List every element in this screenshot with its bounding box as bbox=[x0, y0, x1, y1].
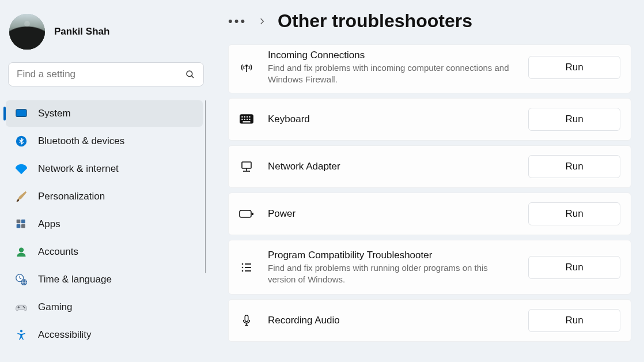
sidebar-item-accounts[interactable]: Accounts bbox=[6, 239, 203, 265]
svg-rect-25 bbox=[249, 119, 250, 120]
avatar bbox=[9, 14, 45, 50]
sidebar-item-gaming[interactable]: Gaming bbox=[6, 294, 203, 320]
svg-rect-24 bbox=[247, 119, 248, 120]
page-title: Other troubleshooters bbox=[278, 10, 472, 32]
card-desc: Find and fix problems with running older… bbox=[268, 262, 510, 285]
troubleshooter-recording-audio: Recording Audio Run bbox=[228, 299, 631, 342]
search-field[interactable] bbox=[17, 69, 185, 80]
network-adapter-icon bbox=[239, 159, 254, 174]
run-button[interactable]: Run bbox=[528, 256, 620, 279]
svg-point-13 bbox=[24, 307, 25, 308]
svg-rect-2 bbox=[16, 110, 26, 117]
chevron-right-icon bbox=[258, 17, 266, 25]
battery-icon bbox=[239, 206, 254, 221]
nav-label: Bluetooth & devices bbox=[38, 135, 124, 147]
nav-list: System Bluetooth & devices Network bbox=[6, 100, 206, 348]
person-icon bbox=[15, 246, 28, 258]
sidebar-item-bluetooth[interactable]: Bluetooth & devices bbox=[6, 128, 203, 154]
svg-point-16 bbox=[246, 65, 247, 66]
svg-rect-33 bbox=[252, 213, 253, 215]
sidebar-item-personalization[interactable]: Personalization bbox=[6, 183, 203, 210]
nav-label: Personalization bbox=[38, 191, 105, 202]
svg-rect-5 bbox=[17, 220, 21, 224]
svg-rect-22 bbox=[241, 119, 243, 120]
sidebar-item-time-language[interactable]: Time & language bbox=[6, 266, 203, 293]
signal-icon bbox=[239, 60, 254, 75]
svg-rect-26 bbox=[243, 121, 251, 122]
keyboard-icon bbox=[239, 112, 254, 127]
svg-rect-21 bbox=[249, 116, 250, 118]
system-icon bbox=[15, 107, 28, 120]
svg-rect-20 bbox=[247, 116, 248, 118]
nav-label: Accessibility bbox=[38, 329, 92, 341]
nav-label: System bbox=[38, 108, 71, 119]
svg-point-38 bbox=[242, 270, 244, 272]
card-title: Recording Audio bbox=[268, 315, 514, 326]
bluetooth-icon bbox=[15, 135, 28, 148]
troubleshooter-power: Power Run bbox=[228, 193, 631, 235]
card-desc: Find and fix problems with incoming comp… bbox=[268, 62, 510, 85]
svg-rect-27 bbox=[242, 162, 251, 168]
troubleshooter-keyboard: Keyboard Run bbox=[228, 98, 631, 141]
card-title: Network Adapter bbox=[268, 161, 514, 172]
svg-rect-18 bbox=[241, 116, 243, 118]
search-icon bbox=[185, 69, 195, 80]
svg-point-0 bbox=[187, 71, 192, 77]
run-button[interactable]: Run bbox=[528, 56, 620, 79]
card-title: Incoming Connections bbox=[268, 50, 514, 61]
svg-rect-6 bbox=[21, 220, 25, 224]
account-header[interactable]: Pankil Shah bbox=[6, 9, 206, 61]
svg-line-1 bbox=[192, 76, 194, 78]
gamepad-icon bbox=[15, 301, 28, 314]
svg-point-14 bbox=[20, 330, 22, 332]
sidebar-item-network[interactable]: Network & internet bbox=[6, 156, 203, 182]
wifi-icon bbox=[15, 163, 28, 175]
troubleshooter-network-adapter: Network Adapter Run bbox=[228, 145, 631, 188]
nav-label: Time & language bbox=[38, 274, 112, 285]
card-title: Program Compatibility Troubleshooter bbox=[268, 250, 514, 261]
username: Pankil Shah bbox=[54, 26, 109, 37]
breadcrumb-more-icon[interactable]: ••• bbox=[228, 14, 247, 29]
accessibility-icon bbox=[15, 329, 28, 341]
run-button[interactable]: Run bbox=[528, 108, 620, 131]
svg-rect-23 bbox=[244, 119, 245, 120]
nav-label: Apps bbox=[38, 218, 60, 230]
svg-rect-19 bbox=[244, 116, 245, 118]
nav-label: Gaming bbox=[38, 301, 73, 313]
svg-point-36 bbox=[242, 266, 244, 268]
svg-point-34 bbox=[242, 263, 244, 265]
clock-globe-icon bbox=[15, 273, 28, 286]
troubleshooter-incoming-connections: Incoming Connections Find and fix proble… bbox=[228, 44, 631, 93]
svg-rect-7 bbox=[17, 224, 21, 228]
svg-point-9 bbox=[19, 248, 24, 252]
run-button[interactable]: Run bbox=[528, 309, 620, 332]
troubleshooter-program-compatibility: Program Compatibility Troubleshooter Fin… bbox=[228, 240, 631, 295]
search-input[interactable] bbox=[8, 62, 204, 86]
nav-label: Accounts bbox=[38, 246, 78, 258]
svg-rect-8 bbox=[21, 224, 25, 228]
troubleshooter-list: Incoming Connections Find and fix proble… bbox=[228, 44, 631, 342]
sidebar-item-system[interactable]: System bbox=[6, 100, 203, 127]
mic-icon bbox=[239, 313, 254, 328]
list-settings-icon bbox=[239, 260, 254, 275]
svg-rect-40 bbox=[245, 315, 248, 322]
svg-rect-32 bbox=[240, 210, 251, 217]
sidebar: Pankil Shah System bbox=[0, 0, 212, 362]
sidebar-item-accessibility[interactable]: Accessibility bbox=[6, 322, 203, 348]
svg-point-12 bbox=[23, 306, 24, 307]
nav-label: Network & internet bbox=[38, 163, 119, 175]
apps-icon bbox=[15, 218, 28, 231]
run-button[interactable]: Run bbox=[528, 155, 620, 178]
sidebar-item-apps[interactable]: Apps bbox=[6, 211, 203, 237]
main-content: ••• Other troubleshooters bbox=[212, 0, 644, 362]
breadcrumb: ••• Other troubleshooters bbox=[228, 10, 631, 32]
card-title: Power bbox=[268, 208, 514, 220]
card-title: Keyboard bbox=[268, 114, 514, 125]
run-button[interactable]: Run bbox=[528, 202, 620, 225]
scrollbar[interactable] bbox=[205, 100, 206, 273]
brush-icon bbox=[15, 190, 28, 203]
